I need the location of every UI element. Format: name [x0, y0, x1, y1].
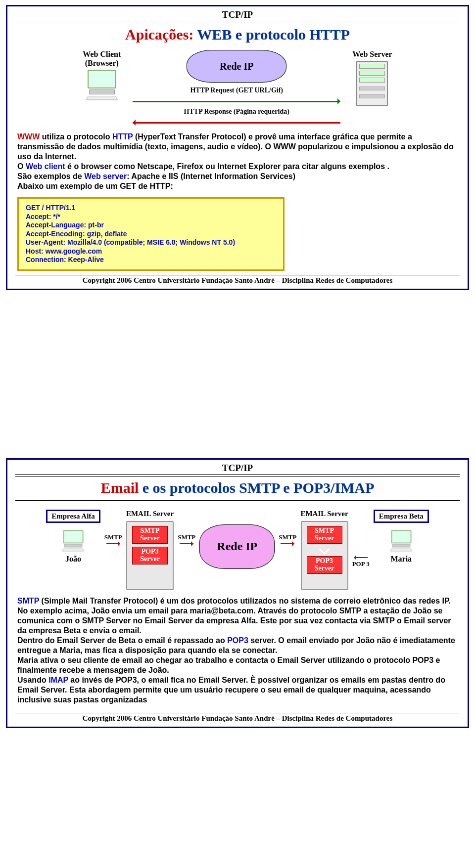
http-diagram: Web Client (Browser) Rede IP HTTP Reques…	[15, 47, 460, 129]
cloud-label: Rede IP	[220, 61, 253, 72]
code-line: Accept-Language: pt-br	[26, 221, 276, 230]
email-server-alfa: EMAIL Server SMTP Server POP3 Server	[126, 510, 174, 590]
kw-www: WWW	[17, 132, 40, 141]
slide-footer: Copyright 2006 Centro Universitário Fund…	[15, 713, 460, 723]
smtp-server-badge: SMTP Server	[132, 526, 168, 544]
slide-2: TCP/IP Email e os protocolos SMTP e POP3…	[6, 458, 469, 728]
http-request-codebox: GET / HTTP/1.1 Accept: */* Accept-Langua…	[17, 197, 285, 271]
smtp-arrow-3: SMTP	[279, 510, 296, 544]
arrow-icon	[354, 557, 368, 558]
code-line: Accept-Encoding: gzip, deflate	[26, 230, 276, 239]
slide-1-title: Apicações: WEB e protocolo HTTP	[15, 24, 460, 46]
header-rule	[15, 474, 460, 477]
maria-label: Maria	[390, 555, 412, 564]
slide-1-header: TCP/IP Apicações: WEB e protocolo HTTP	[15, 9, 460, 47]
pop3-server-badge: POP3 Server	[132, 547, 168, 564]
diagram-center: Rede IP HTTP Request (GET URL/Gif) HTTP …	[133, 50, 340, 127]
cloud-icon: Rede IP	[187, 50, 286, 83]
response-arrow	[133, 118, 340, 127]
slide-1-body: WWW utiliza o protocolo HTTP (HyperText …	[15, 129, 460, 195]
computer-icon	[390, 530, 412, 549]
down-arrow-icon	[319, 544, 330, 554]
arrow-icon	[106, 543, 120, 544]
kw-web-server: Web server	[84, 172, 127, 180]
title-underline	[15, 500, 460, 501]
web-client-label-2: (Browser)	[83, 59, 121, 68]
title-prefix-2: Email	[101, 479, 142, 496]
web-client-label-1: Web Client	[83, 50, 121, 59]
request-arrow-label: HTTP Request (GET URL/Gif)	[133, 87, 340, 94]
smtp-label: SMTP	[104, 533, 122, 541]
joao-label: João	[65, 555, 81, 564]
header-rule	[15, 21, 460, 23]
email-diagram: Empresa Alfa João SMTP EMAIL Server SMTP…	[15, 505, 460, 593]
arrow-icon	[180, 543, 193, 544]
smtp-arrow-1: SMTP	[104, 510, 122, 544]
kw-http: HTTP	[112, 132, 133, 141]
cloud-col: Rede IP	[199, 510, 275, 569]
cloud-label: Rede IP	[217, 540, 257, 553]
response-arrow-label: HTTP Response (Página requerida)	[133, 108, 340, 116]
cloud-icon: Rede IP	[199, 524, 275, 569]
code-line: Host: www.google.com	[26, 247, 276, 256]
computer-icon	[86, 70, 118, 97]
code-line: Connection: Keep-Alive	[26, 256, 276, 264]
slide-footer: Copyright 2006 Centro Universitário Fund…	[15, 275, 460, 285]
empresa-beta-tag: Empresa Beta	[374, 510, 429, 523]
pop3-arrow: POP 3	[352, 510, 370, 568]
email-server-beta: EMAIL Server SMTP Server POP3 Server	[300, 510, 348, 590]
kw-pop3: POP3	[227, 636, 248, 645]
kw-web-client: Web client	[26, 162, 65, 171]
server-icon	[356, 61, 388, 106]
topic-label: TCP/IP	[15, 463, 460, 474]
page-gap	[0, 295, 475, 453]
title-main-2: e os protocolos SMTP e POP3/IMAP	[142, 479, 375, 496]
slide-2-body: SMTP (Simple Mail Transfer Protocol) é u…	[15, 593, 460, 709]
empresa-alfa-col: Empresa Alfa João	[46, 510, 100, 564]
code-line: Accept: */*	[26, 213, 276, 221]
empresa-beta-col: Empresa Beta Maria	[374, 510, 429, 564]
smtp-server-badge: SMTP Server	[307, 526, 342, 544]
server-tower-icon: SMTP Server POP3 Server	[301, 521, 348, 590]
web-client-node: Web Client (Browser)	[83, 50, 121, 97]
kw-smtp: SMTP	[17, 597, 39, 605]
topic-label: TCP/IP	[15, 9, 460, 20]
arrow-icon	[281, 543, 294, 544]
email-server-label: EMAIL Server	[300, 510, 348, 518]
slide-2-header: TCP/IP Email e os protocolos SMTP e POP3…	[15, 463, 460, 500]
code-line: GET / HTTP/1.1	[26, 204, 276, 213]
smtp-label: SMTP	[178, 533, 195, 541]
empresa-alfa-tag: Empresa Alfa	[46, 510, 100, 523]
email-server-label: EMAIL Server	[126, 510, 174, 518]
server-tower-icon: SMTP Server POP3 Server	[126, 521, 174, 590]
web-server-node: Web Server	[352, 50, 392, 106]
slide-2-title: Email e os protocolos SMTP e POP3/IMAP	[15, 477, 460, 499]
pop3-label: POP 3	[352, 560, 370, 568]
title-prefix: Apicações:	[125, 26, 197, 43]
request-arrow	[133, 97, 340, 106]
title-main: WEB e protocolo HTTP	[197, 26, 350, 43]
kw-imap: IMAP	[48, 676, 68, 684]
slide-1: TCP/IP Apicações: WEB e protocolo HTTP W…	[6, 5, 469, 290]
web-server-label: Web Server	[352, 50, 392, 59]
pop3-server-badge: POP3 Server	[307, 556, 342, 574]
smtp-arrow-2: SMTP	[178, 510, 195, 544]
computer-icon	[62, 530, 85, 549]
code-line: User-Agent: Mozilla/4.0 (compatible; MSI…	[26, 238, 276, 247]
smtp-label: SMTP	[279, 533, 296, 541]
